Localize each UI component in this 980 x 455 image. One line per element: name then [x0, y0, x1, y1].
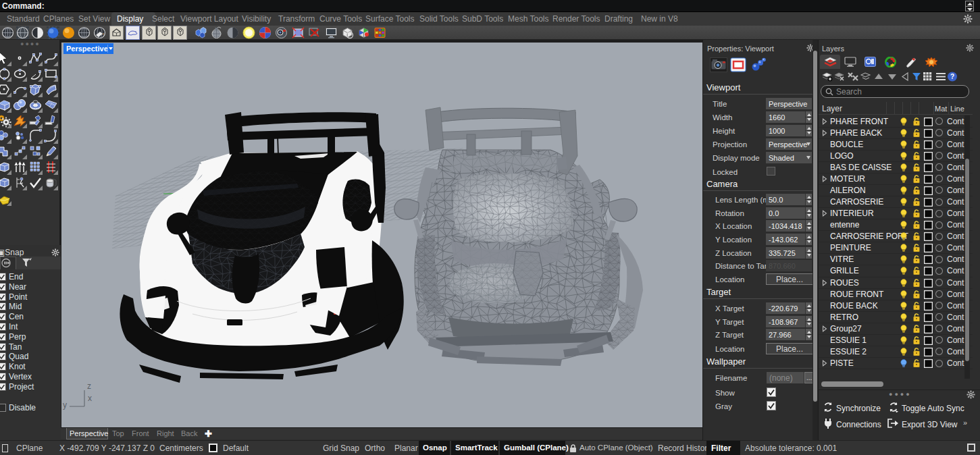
svg-text:z: z: [87, 381, 91, 391]
svg-text:y: y: [63, 400, 67, 410]
svg-text:?: ?: [950, 73, 954, 80]
svg-text:x: x: [88, 394, 92, 403]
